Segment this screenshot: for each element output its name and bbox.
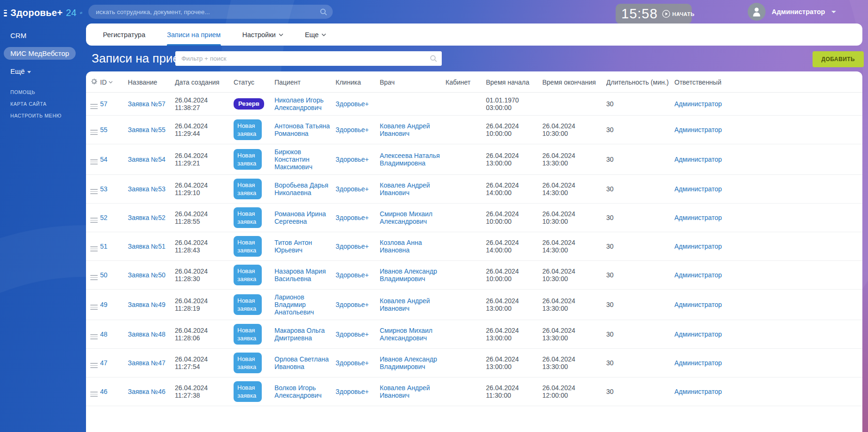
column-header-duration[interactable]: Длительность (мин.) [606,71,674,93]
row-id-link[interactable]: 57 [100,100,108,108]
row-doctor-link[interactable]: Ковалев Андрей Иванович [380,122,441,137]
row-patient-link[interactable]: Романова Ирина Сергеевна [274,210,331,225]
row-responsible-link[interactable]: Администратор [674,100,722,108]
search-icon[interactable] [430,55,437,62]
row-clinic-link[interactable]: Здоровье+ [336,126,369,134]
time-tracker-widget[interactable]: 15:58 НАЧАТЬ [616,4,692,24]
row-doctor-link[interactable]: Смирнов Михаил Александрович [380,210,441,225]
row-name-link[interactable]: Заявка №55 [128,126,165,134]
sliders-icon[interactable] [80,10,82,16]
row-clinic-link[interactable]: Здоровье+ [336,185,369,193]
row-drag-handle-icon[interactable] [90,130,98,135]
table-row[interactable]: 49 Заявка №49 26.04.2024 11:28:19 Новая … [86,290,862,320]
row-clinic-link[interactable]: Здоровье+ [336,359,369,367]
column-header-status[interactable]: Статус [234,71,274,93]
row-drag-handle-icon[interactable] [90,275,98,280]
row-id-link[interactable]: 51 [100,243,108,250]
row-drag-handle-icon[interactable] [90,189,98,194]
row-id-link[interactable]: 55 [100,126,108,134]
row-doctor-link[interactable]: Ковалев Андрей Иванович [380,181,441,196]
tab-zapisi-na-priem[interactable]: Записи на прием [167,24,220,46]
row-responsible-link[interactable]: Администратор [674,214,722,221]
row-doctor-link[interactable]: Смирнов Михаил Александрович [380,327,441,342]
row-drag-handle-icon[interactable] [90,305,98,310]
row-patient-link[interactable]: Бирюков Константин Максимович [274,148,331,171]
row-id-link[interactable]: 54 [100,156,108,163]
table-row[interactable]: 50 Заявка №50 26.04.2024 11:28:30 Новая … [86,261,862,290]
row-patient-link[interactable]: Антонова Татьяна Романовна [274,122,331,137]
row-patient-link[interactable]: Ларионов Владимир Анатольевич [274,293,331,316]
row-doctor-link[interactable]: Алексеева Наталья Владимировна [380,152,441,167]
avatar[interactable] [748,3,766,21]
table-row[interactable]: 54 Заявка №54 26.04.2024 11:29:21 Новая … [86,144,862,175]
row-id-link[interactable]: 46 [100,388,108,395]
row-patient-link[interactable]: Макарова Ольга Дмитриевна [274,327,331,342]
row-name-link[interactable]: Заявка №52 [128,214,165,221]
search-icon[interactable] [320,8,327,16]
column-header-id[interactable]: ID [100,79,113,86]
row-responsible-link[interactable]: Администратор [674,185,722,193]
global-search-input[interactable] [88,8,320,16]
tab-registratura[interactable]: Регистратура [103,24,145,46]
row-patient-link[interactable]: Волков Игорь Александрович [274,384,331,399]
row-patient-link[interactable]: Николаев Игорь Александрович [274,96,331,111]
row-responsible-link[interactable]: Администратор [674,271,722,279]
table-row[interactable]: 46 Заявка №46 26.04.2024 11:27:38 Новая … [86,377,862,406]
row-clinic-link[interactable]: Здоровье+ [336,100,369,108]
row-name-link[interactable]: Заявка №53 [128,185,165,193]
row-id-link[interactable]: 49 [100,301,108,308]
row-drag-handle-icon[interactable] [90,159,98,165]
row-responsible-link[interactable]: Администратор [674,301,722,308]
row-clinic-link[interactable]: Здоровье+ [336,271,369,279]
gear-icon[interactable] [90,78,98,85]
row-patient-link[interactable]: Назарова Мария Васильевна [274,267,331,283]
play-icon[interactable] [662,10,670,18]
add-button[interactable]: ДОБАВИТЬ [813,51,864,67]
table-row[interactable]: 55 Заявка №55 26.04.2024 11:29:44 Новая … [86,116,862,144]
row-name-link[interactable]: Заявка №47 [128,359,165,367]
user-menu[interactable]: Администратор [748,3,836,21]
table-row[interactable]: 53 Заявка №53 26.04.2024 11:29:10 Новая … [86,175,862,204]
row-drag-handle-icon[interactable] [90,363,98,368]
row-clinic-link[interactable]: Здоровье+ [336,243,369,250]
row-clinic-link[interactable]: Здоровье+ [336,156,369,163]
row-clinic-link[interactable]: Здоровье+ [336,301,369,308]
column-header-responsible[interactable]: Ответственный [674,71,862,93]
row-responsible-link[interactable]: Администратор [674,388,722,395]
filter-search[interactable] [175,51,442,66]
row-patient-link[interactable]: Воробьева Дарья Николаевна [274,181,331,196]
sidebar-item-crm[interactable]: CRM [10,31,26,39]
row-name-link[interactable]: Заявка №57 [128,100,165,108]
row-id-link[interactable]: 52 [100,214,108,221]
row-drag-handle-icon[interactable] [90,334,98,339]
row-id-link[interactable]: 53 [100,185,108,193]
row-doctor-link[interactable]: Иванов Александр Владимирович [380,267,441,283]
row-doctor-link[interactable]: Ковалев Андрей Иванович [380,297,441,312]
filter-search-input[interactable] [175,55,430,62]
column-header-created[interactable]: Дата создания [175,71,234,93]
row-responsible-link[interactable]: Администратор [674,359,722,367]
row-drag-handle-icon[interactable] [90,246,98,251]
column-header-end[interactable]: Время окончания [542,71,606,93]
row-drag-handle-icon[interactable] [90,104,98,109]
row-id-link[interactable]: 48 [100,330,108,338]
brand-logo[interactable]: Здоровье+ [10,8,63,18]
row-drag-handle-icon[interactable] [90,218,98,223]
row-name-link[interactable]: Заявка №49 [128,301,165,308]
row-name-link[interactable]: Заявка №51 [128,243,165,250]
global-search[interactable] [88,5,333,19]
row-name-link[interactable]: Заявка №50 [128,271,165,279]
row-responsible-link[interactable]: Администратор [674,156,722,163]
row-doctor-link[interactable]: Ковалев Андрей Иванович [380,384,441,399]
menu-hamburger-icon[interactable] [4,10,7,16]
sidebar-item-help[interactable]: ПОМОЩЬ [10,89,35,95]
table-row[interactable]: 48 Заявка №48 26.04.2024 11:28:06 Новая … [86,320,862,349]
tab-more[interactable]: Еще [305,24,327,46]
row-patient-link[interactable]: Орлова Светлана Ивановна [274,355,331,370]
sidebar-item-mis-medvebstor[interactable]: МИС МедВебстор [4,47,76,60]
table-row[interactable]: 57 Заявка №57 26.04.2024 11:38:27 Резерв… [86,93,862,116]
sidebar-item-sitemap[interactable]: КАРТА САЙТА [10,101,47,107]
row-doctor-link[interactable]: Козлова Анна Ивановна [380,239,441,254]
row-clinic-link[interactable]: Здоровье+ [336,388,369,395]
row-name-link[interactable]: Заявка №48 [128,330,165,338]
